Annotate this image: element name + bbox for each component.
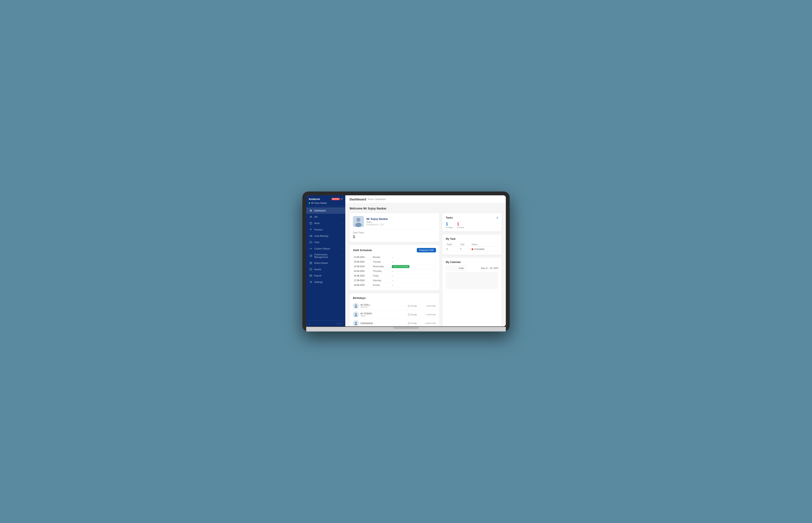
birthdays-card: Birthdays Mr TERL1 TEST R — [349, 293, 439, 326]
svg-point-26 — [355, 324, 357, 325]
sidebar-footer: ‹ v5.2.91 — [306, 321, 345, 326]
shift-info-cell: -- — [391, 278, 430, 283]
right-column: Tasks ≡ 1 Pending 1 — [443, 213, 502, 326]
sidebar-version: v5.2.91 — [337, 323, 342, 325]
status-incomplete: Incomplete — [472, 248, 497, 250]
my-task-table: Task# Task Status # !! — [446, 242, 498, 252]
task-cell: !! — [459, 247, 471, 252]
birthday-date: 01 Sep — [408, 322, 420, 324]
sidebar-item-hr[interactable]: HR › — [306, 214, 345, 220]
shift-value-cell: -- — [430, 259, 436, 264]
custom-report-icon — [309, 247, 312, 250]
sidebar-item-finance[interactable]: ₹ Finance › — [306, 227, 345, 233]
shift-table-row: 14-08-2024WednesdayTEST 14-08-2024-- — [353, 264, 436, 269]
sidebar-item-settings[interactable]: ⚙ Settings — [306, 279, 345, 285]
sidebar-item-assets[interactable]: Assets — [306, 266, 345, 272]
calendar-prev-button[interactable]: ‹ — [446, 266, 450, 270]
svg-point-11 — [357, 218, 360, 222]
birthday-item: Mr TERL1 TEST R 18 Aug 3 days after — [353, 302, 436, 310]
shift-table-row: 17-08-2024Saturday---- — [353, 278, 436, 283]
sidebar-item-chat[interactable]: Chat — [306, 239, 345, 246]
birthday-name: Dsftsfdsdfsdf — [361, 322, 406, 324]
shift-value-cell: -- — [430, 273, 436, 278]
nav-label-custom-report: Custom Report — [314, 247, 342, 250]
sidebar-item-work[interactable]: Work › — [306, 220, 345, 227]
svg-rect-17 — [408, 305, 410, 307]
svg-point-14 — [359, 219, 360, 220]
birthday-relative: 2 weeks after — [422, 322, 436, 324]
sidebar-item-dashboard[interactable]: ⊞ Dashboard — [306, 208, 345, 214]
nav-label-work: Work — [314, 222, 342, 224]
shift-value-cell: -- — [430, 283, 436, 288]
tasks-pending-label: Pending — [446, 227, 453, 229]
brand-badge: DIGITAL — [331, 198, 340, 200]
shift-info-cell: -- — [391, 259, 430, 264]
table-row: # !! Incomplete — [446, 247, 498, 252]
sidebar-item-insta-meeting[interactable]: Insta Meeting › — [306, 233, 345, 239]
profile-employee-id: Employee Id : Z14 — [366, 223, 388, 226]
svg-rect-1 — [310, 223, 312, 224]
shift-date-cell: 18-08-2024 — [353, 283, 372, 288]
tasks-counts: 1 Pending 1 Overdue — [446, 221, 498, 229]
finance-arrow-icon: › — [342, 229, 342, 231]
shift-info-cell: -- — [391, 255, 430, 259]
my-task-title: My Task — [446, 237, 498, 240]
brand-settings-icon[interactable]: ⚙ — [341, 198, 343, 200]
shift-date-cell: 14-08-2024 — [353, 264, 372, 269]
laptop-base — [306, 327, 506, 331]
calendar-body — [446, 272, 498, 289]
birthdays-list: Mr TERL1 TEST R 18 Aug 3 days after — [353, 302, 436, 326]
sidebar-item-notice-board[interactable]: Notice Board — [306, 260, 345, 266]
nav-label-insta-meeting: Insta Meeting — [314, 235, 342, 237]
custom-report-arrow-icon: › — [342, 248, 342, 250]
shift-date-cell: 17-08-2024 — [353, 278, 372, 283]
calendar-range: Aug 12 – 18, 2024 — [481, 267, 498, 269]
laptop-frame: Instacon DIGITAL ⚙ Mr Sujoy Naskar — [302, 192, 510, 331]
shift-table-row: 12-08-2024Monday---- — [353, 255, 436, 259]
shift-day-cell: Saturday — [372, 278, 391, 283]
assets-icon — [309, 268, 312, 271]
profile-details: Mr Sujoy Naskar Team Employee Id : Z14 — [366, 217, 388, 226]
shift-value-cell: -- — [430, 278, 436, 283]
open-tasks-count: 1 — [353, 235, 436, 239]
shift-info-cell: -- — [391, 283, 430, 288]
shift-table-row: 15-08-2024Thursday---- — [353, 269, 436, 273]
birthday-info: Dsftsfdsdfsdf — [361, 322, 406, 324]
nav-label-dashboard: Dashboard — [314, 209, 342, 212]
task-status-cell: Incomplete — [471, 247, 498, 252]
tasks-list-icon[interactable]: ≡ — [497, 216, 498, 219]
sidebar-brand: Instacon DIGITAL ⚙ — [309, 197, 343, 201]
user-status-dot — [309, 202, 310, 204]
calendar-next-button[interactable]: › — [451, 266, 456, 270]
svg-point-21 — [355, 315, 357, 317]
sidebar-collapse-button[interactable]: ‹ — [309, 322, 310, 325]
birthday-name: Mr TE30061 — [361, 312, 406, 315]
birthday-relative: 3 days after — [422, 305, 436, 307]
dashboard-icon: ⊞ — [309, 209, 312, 212]
sidebar-item-custom-report[interactable]: Custom Report › — [306, 246, 345, 252]
calendar-today-button[interactable]: today — [457, 266, 466, 270]
brand-name: Instacon — [309, 197, 320, 201]
settings-icon: ⚙ — [309, 280, 312, 284]
content-grid: Mr Sujoy Naskar Team Employee Id : Z14 O… — [349, 213, 502, 326]
birthday-item: Dsftsfdsdfsdf 01 Sep 2 weeks after — [353, 319, 436, 326]
employee-shift-button[interactable]: Employee Shift — [417, 248, 436, 252]
col-task: Task — [459, 242, 471, 247]
shift-date-cell: 12-08-2024 — [353, 255, 372, 259]
sidebar-item-performance-management[interactable]: Performance Management › — [306, 252, 345, 260]
hr-arrow-icon: › — [342, 216, 342, 218]
birthday-info: Mr TERL1 TEST R — [361, 304, 406, 308]
nav-label-hr: HR — [314, 216, 342, 218]
shift-header: Shift Schedule Employee Shift — [353, 248, 436, 252]
svg-rect-27 — [408, 323, 410, 324]
svg-point-12 — [355, 223, 362, 227]
birthday-date: 25 Aug — [408, 313, 420, 315]
page-title: Dashboard — [349, 197, 366, 201]
svg-point-15 — [355, 304, 357, 306]
shift-value-cell: -- — [430, 255, 436, 259]
nav-label-assets: Assets — [314, 268, 342, 271]
nav-label-notice-board: Notice Board — [314, 262, 342, 264]
page-header: Dashboard Home • Dashboard — [345, 195, 506, 203]
sidebar-item-payroll[interactable]: Payroll › — [306, 272, 345, 279]
birthday-relative: 1 week after — [422, 313, 436, 315]
